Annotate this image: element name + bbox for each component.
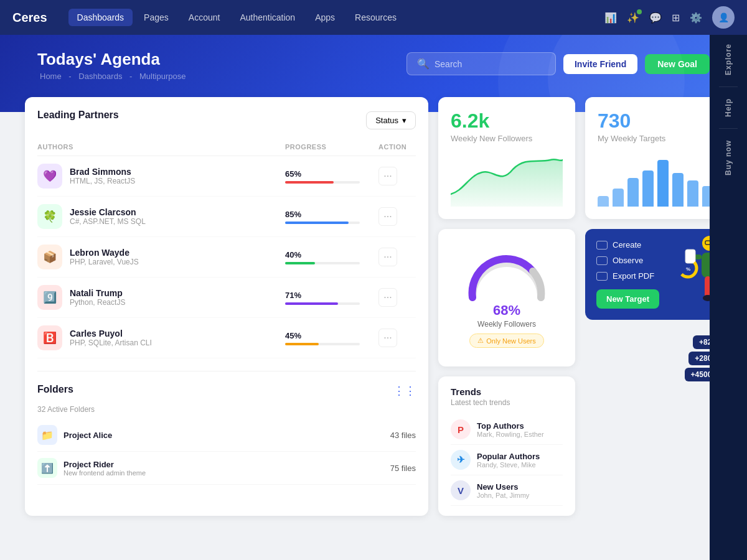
- progress-container: 85%: [285, 210, 378, 224]
- trends-card: Trends Latest tech trends P Top Authors …: [438, 376, 575, 516]
- side-label-help[interactable]: Help: [724, 90, 733, 126]
- folders-list: 📁 Project Alice 43 files ⬆️ Project Ride…: [37, 419, 416, 485]
- dark-values: +82$ +280$ +4500$: [585, 330, 722, 386]
- bar-fill: [627, 178, 639, 207]
- invite-friend-button[interactable]: Invite Friend: [563, 54, 637, 74]
- action-menu-button[interactable]: ···: [378, 288, 397, 307]
- action-menu-button[interactable]: ···: [378, 207, 397, 226]
- action-menu-button[interactable]: ···: [378, 167, 397, 185]
- bar-item: [613, 189, 624, 207]
- navbar-icons: 📊 ✨ 💬 ⊞ ⚙️ 👤: [604, 6, 735, 29]
- side-label-buynow[interactable]: Buy now: [724, 131, 733, 184]
- progress-bar-fill: [285, 181, 334, 184]
- trends-title: Trends: [451, 386, 563, 397]
- trend-icon: P: [451, 419, 471, 439]
- folders-menu-icon[interactable]: ⋮⋮: [393, 384, 416, 398]
- folder-name: Project Alice: [63, 431, 112, 440]
- targets-card: 730 My Weekly Targets: [585, 97, 722, 219]
- author-info: 📦 Lebron Wayde PHP, Laravel, VueJS: [37, 245, 285, 269]
- folder-icon: 📁: [37, 425, 57, 445]
- progress-bar-fill: [285, 302, 338, 305]
- trend-name: New Users: [477, 482, 529, 492]
- search-input[interactable]: [435, 59, 545, 69]
- progress-bar-bg: [285, 343, 360, 345]
- author-tech: HTML, JS, ReactJS: [70, 177, 135, 185]
- gauge-card: 68% Weekly Followers ⚠ Only New Users: [438, 229, 575, 366]
- folder-info: 📁 Project Alice: [37, 425, 112, 445]
- author-name: Lebron Wayde: [70, 248, 139, 258]
- nav-menu: Dashboards Pages Account Authentication …: [68, 9, 590, 26]
- lp-header-row: Leading Partners Status ▾: [37, 110, 416, 131]
- author-avatar: 💜: [37, 164, 62, 189]
- side-divider-2: [719, 128, 738, 129]
- chevron-down-icon: ▾: [402, 116, 406, 125]
- nav-item-account[interactable]: Account: [180, 9, 229, 26]
- chat-icon[interactable]: 💬: [649, 12, 662, 24]
- authors-list: 💜 Brad Simmons HTML, JS, ReactJS 65% ···…: [37, 156, 416, 358]
- folder-icon: ⬆️: [37, 458, 57, 478]
- dark-side-panel: Explore Help Buy now: [710, 35, 747, 560]
- trend-sub: Randy, Steve, Mike: [477, 461, 540, 469]
- folder-name: Project Rider: [63, 460, 146, 469]
- gauge-svg: [460, 248, 553, 304]
- author-avatar: 🍀: [37, 204, 62, 229]
- folders-title: Folders: [37, 384, 95, 395]
- leading-partners-card: Leading Partners Status ▾ Authors Progre…: [25, 97, 428, 516]
- option-label: Export PDF: [613, 271, 654, 281]
- nav-item-authentication[interactable]: Authentication: [231, 9, 304, 26]
- trend-name: Top Authors: [477, 421, 544, 431]
- checkbox-icon: [596, 241, 608, 250]
- nav-item-pages[interactable]: Pages: [135, 9, 177, 26]
- middle-column: 6.2k Weekly New Followers: [438, 97, 575, 516]
- gauge-label: Weekly Followers: [469, 320, 543, 329]
- author-avatar: 📦: [37, 245, 62, 269]
- side-label-explore[interactable]: Explore: [724, 35, 733, 84]
- author-tech: PHP, SQLite, Artisan CLI: [70, 338, 152, 347]
- bar-fill: [657, 160, 669, 207]
- action-menu-button[interactable]: ···: [378, 248, 397, 266]
- author-info: 9️⃣ Natali Trump Python, ReactJS: [37, 285, 285, 310]
- folder-count: 75 files: [390, 464, 416, 473]
- nav-item-dashboards[interactable]: Dashboards: [68, 9, 133, 26]
- author-tech: Python, ReactJS: [70, 298, 125, 307]
- warning-icon: ⚠: [477, 337, 484, 345]
- progress-bar-bg: [285, 302, 360, 305]
- chart-icon[interactable]: 📊: [604, 12, 617, 24]
- status-button[interactable]: Status ▾: [366, 111, 416, 129]
- folders-section: Folders 32 Active Folders ⋮⋮ 📁 Project A…: [37, 371, 416, 485]
- bar-fill: [687, 180, 698, 207]
- progress-label: 45%: [285, 331, 378, 340]
- avatar[interactable]: 👤: [712, 6, 735, 29]
- svg-text:%: %: [686, 266, 690, 272]
- leading-partners-title: Leading Partners: [37, 110, 119, 121]
- grid-icon[interactable]: ⊞: [672, 12, 680, 24]
- header-actions: 🔍 Invite Friend New Goal: [406, 52, 710, 75]
- settings-icon[interactable]: ⚙️: [690, 12, 702, 24]
- nav-item-apps[interactable]: Apps: [306, 9, 344, 26]
- trends-subtitle: Latest tech trends: [451, 398, 563, 407]
- progress-bar-bg: [285, 222, 360, 224]
- checkbox-icon: [596, 256, 608, 265]
- action-menu-button[interactable]: ···: [378, 329, 397, 347]
- progress-container: 45%: [285, 331, 378, 345]
- right-column: 730 My Weekly Targets CereateObserveExpo…: [585, 97, 722, 516]
- nav-item-resources[interactable]: Resources: [346, 9, 405, 26]
- checkbox-icon: [596, 272, 608, 281]
- folder-count: 43 files: [390, 431, 416, 440]
- trend-icon: V: [451, 480, 471, 500]
- sparkle-icon[interactable]: ✨: [627, 12, 639, 24]
- author-tech: PHP, Laravel, VueJS: [70, 258, 139, 266]
- trend-sub: Mark, Rowling, Esther: [477, 431, 544, 438]
- author-name: Carles Puyol: [70, 329, 152, 338]
- bar-item: [627, 178, 639, 207]
- table-row: 🅱️ Carles Puyol PHP, SQLite, Artisan CLI…: [37, 318, 416, 358]
- author-avatar: 🅱️: [37, 325, 62, 350]
- new-goal-button[interactable]: New Goal: [645, 54, 710, 74]
- new-target-button[interactable]: New Target: [596, 289, 659, 309]
- breadcrumb: Home - Dashboards - Multipurpose: [37, 72, 710, 81]
- targets-label: My Weekly Targets: [598, 134, 710, 143]
- folder-row: 📁 Project Alice 43 files: [37, 419, 416, 452]
- progress-bar-fill: [285, 222, 349, 224]
- progress-label: 40%: [285, 250, 378, 259]
- table-row: 💜 Brad Simmons HTML, JS, ReactJS 65% ···: [37, 156, 416, 197]
